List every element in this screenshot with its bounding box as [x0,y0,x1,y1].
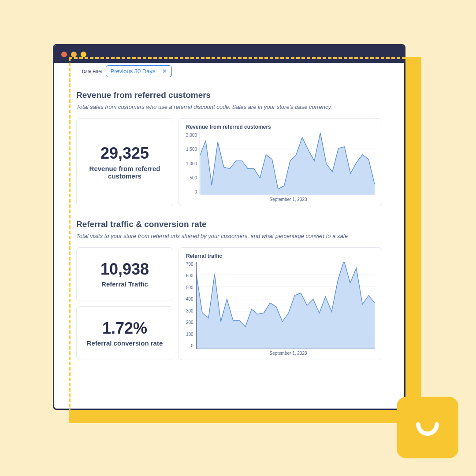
revenue-section-subtitle: Total sales from customers who use a ref… [76,104,382,110]
conversion-stat-value: 1.72% [82,320,167,337]
date-filter-label: Date Filter [81,69,104,74]
window-dot-close-icon[interactable] [61,52,67,57]
conversion-stat-card: 1.72% Referral conversion rate [76,306,173,360]
close-icon[interactable]: ✕ [162,68,167,74]
traffic-section-title: Referral traffic & conversion rate [76,219,382,229]
revenue-chart-title: Revenue from referred customers [186,124,375,130]
browser-window: Date Filter Previous 30 Days ✕ Revenue f… [53,44,405,410]
traffic-chart-title: Referral traffic [186,253,375,259]
window-dot-min-icon[interactable] [71,52,77,57]
chart-x-label: September 1, 2023 [186,351,375,356]
revenue-chart-card: Revenue from referred customers 2,0001,5… [178,118,382,206]
date-filter-value: Previous 30 Days [111,68,156,74]
window-titlebar [54,45,404,63]
chart-x-label: September 1, 2023 [186,197,375,202]
conversion-stat-label: Referral conversion rate [82,339,167,347]
traffic-stat-label: Referral Traffic [82,280,167,288]
window-dot-max-icon[interactable] [81,52,86,57]
revenue-stat-card: 29,325 Revenue from referred customers [76,118,173,206]
traffic-stat-value: 10,938 [82,260,167,278]
smile-logo-icon [397,397,458,458]
traffic-chart-card: Referral traffic 7006005004003002001000 … [178,247,382,360]
chart-y-axis: 2,0001,5001,0005000 [186,133,200,195]
traffic-section-subtitle: Total visits to your store from referral… [76,233,382,239]
traffic-stat-card: 10,938 Referral Traffic [76,247,173,301]
date-filter-chip[interactable]: Previous 30 Days ✕ [106,65,172,77]
chart-y-axis: 7006005004003002001000 [186,262,196,349]
revenue-stat-value: 29,325 [82,145,167,162]
revenue-section-title: Revenue from referred customers [76,90,382,100]
revenue-stat-label: Revenue from referred customers [82,165,167,180]
